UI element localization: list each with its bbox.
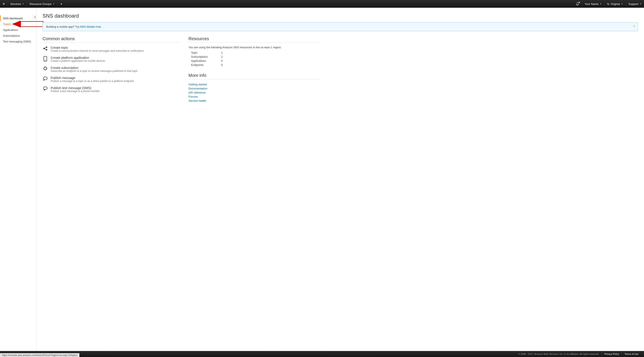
account-menu[interactable]: Your Name ▼ bbox=[582, 0, 604, 8]
resource-label: Subscriptions bbox=[191, 55, 221, 58]
share-icon bbox=[42, 46, 48, 51]
resource-groups-label: Resource Groups bbox=[30, 2, 52, 5]
action-desc: Create a platform application for mobile… bbox=[51, 59, 105, 62]
svg-point-12 bbox=[45, 60, 46, 61]
resources-heading: Resources bbox=[188, 36, 320, 43]
resource-row: Endpoints0 bbox=[188, 63, 320, 67]
support-label: Support bbox=[628, 2, 638, 5]
action-title: Create subscription bbox=[51, 66, 138, 69]
resource-groups-menu[interactable]: Resource Groups ▼ bbox=[27, 0, 58, 8]
resource-label: Topic bbox=[191, 51, 221, 54]
chevron-down-icon: ▼ bbox=[621, 3, 623, 5]
svg-line-9 bbox=[44, 47, 46, 48]
action-desc: Subscribe an endpoint to a topic to rece… bbox=[51, 69, 138, 72]
svg-point-15 bbox=[43, 87, 47, 90]
action-title: Create topic bbox=[51, 46, 144, 49]
resources-table: Topic1 Subscriptions2 Applications0 Endp… bbox=[188, 51, 320, 67]
resource-value: 2 bbox=[221, 55, 222, 58]
pin-icon: ✦ bbox=[60, 2, 62, 5]
link-documentation[interactable]: Documentation bbox=[188, 86, 320, 90]
speech-bubble-icon bbox=[42, 86, 48, 91]
chevron-down-icon: ▼ bbox=[22, 3, 24, 5]
region-menu[interactable]: N. Virginia ▼ bbox=[604, 0, 626, 8]
link-service-health[interactable]: Service health bbox=[188, 99, 320, 103]
chevron-left-icon: ◀ bbox=[34, 16, 36, 18]
common-actions-heading: Common actions bbox=[42, 36, 180, 43]
banner-close-button[interactable]: × bbox=[633, 24, 635, 28]
sidebar-item-applications[interactable]: Applications bbox=[0, 27, 36, 33]
sidebar-item-topics[interactable]: Topics bbox=[0, 21, 36, 27]
sidebar-item-label: Subscriptions bbox=[3, 34, 20, 37]
account-label: Your Name bbox=[584, 2, 598, 5]
resource-row: Subscriptions2 bbox=[188, 55, 320, 59]
sidebar: ◀ SNS dashboard Topics Applications Subs… bbox=[0, 8, 36, 351]
sidebar-item-subscriptions[interactable]: Subscriptions bbox=[0, 33, 36, 39]
chevron-down-icon: ▼ bbox=[640, 3, 642, 5]
banner-text: Building a mobile app? Try bbox=[46, 25, 80, 28]
top-nav: Services ▼ Resource Groups ▼ ✦ Your Name… bbox=[0, 0, 644, 8]
more-info-links: Getting started Documentation API refere… bbox=[188, 82, 320, 103]
page-title: SNS dashboard bbox=[42, 13, 638, 19]
services-label: Services bbox=[10, 2, 21, 5]
resource-value: 0 bbox=[221, 63, 222, 66]
sidebar-item-label: Applications bbox=[3, 28, 18, 31]
sidebar-item-label: Text messaging (SMS) bbox=[3, 40, 31, 43]
action-create-topic[interactable]: Create topic Create a communication chan… bbox=[42, 46, 180, 52]
services-menu[interactable]: Services ▼ bbox=[8, 0, 27, 8]
action-publish-message[interactable]: Publish message Publish a message to a t… bbox=[42, 76, 180, 83]
terms-link[interactable]: Terms of Use bbox=[622, 353, 641, 355]
banner-link[interactable]: AWS Mobile Hub bbox=[80, 25, 101, 28]
sidebar-item-label: SNS dashboard bbox=[3, 17, 23, 20]
action-publish-sms[interactable]: Publish text message (SMS) Publish a tex… bbox=[42, 86, 180, 93]
action-desc: Create a communication channel to send m… bbox=[51, 49, 144, 52]
aws-logo[interactable] bbox=[0, 0, 8, 8]
action-desc: Publish a text message to a phone number bbox=[51, 90, 100, 93]
footer: © 2008 - 2017, Amazon Web Services, Inc.… bbox=[0, 351, 644, 357]
more-info-heading: More info bbox=[188, 73, 320, 79]
info-banner: Building a mobile app? Try AWS Mobile Hu… bbox=[42, 22, 638, 31]
copyright-text: © 2008 - 2017, Amazon Web Services, Inc.… bbox=[518, 353, 602, 355]
close-icon: × bbox=[633, 24, 635, 28]
resource-value: 0 bbox=[221, 59, 222, 62]
action-title: Publish message bbox=[51, 76, 134, 80]
resource-label: Applications bbox=[191, 59, 221, 62]
action-title: Publish text message (SMS) bbox=[51, 86, 100, 90]
link-forums[interactable]: Forums bbox=[188, 95, 320, 99]
notifications-button[interactable] bbox=[573, 0, 582, 8]
region-label: N. Virginia bbox=[607, 2, 620, 5]
resources-intro: You are using the following Amazon SNS r… bbox=[188, 46, 320, 49]
svg-point-13 bbox=[44, 67, 47, 70]
action-create-platform-app[interactable]: Create platform application Create a pla… bbox=[42, 56, 180, 62]
resource-label: Endpoints bbox=[191, 63, 221, 66]
resource-row: Applications0 bbox=[188, 59, 320, 63]
sidebar-collapse-button[interactable]: ◀ bbox=[33, 14, 36, 19]
support-menu[interactable]: Support ▼ bbox=[626, 0, 644, 8]
sidebar-item-sms[interactable]: Text messaging (SMS) bbox=[0, 39, 36, 44]
action-create-subscription[interactable]: Create subscription Subscribe an endpoin… bbox=[42, 66, 180, 72]
chevron-down-icon: ▼ bbox=[600, 3, 602, 5]
notification-dot-icon bbox=[578, 2, 580, 3]
browser-status-bar: https://console.aws.amazon.com/sns/v2/ho… bbox=[0, 353, 80, 357]
resource-value: 1 bbox=[221, 51, 222, 54]
sidebar-item-label: Topics bbox=[3, 22, 11, 26]
action-title: Create platform application bbox=[51, 56, 105, 59]
resource-row: Topic1 bbox=[188, 51, 320, 55]
chevron-down-icon: ▼ bbox=[53, 3, 55, 5]
circle-icon bbox=[42, 66, 48, 71]
link-getting-started[interactable]: Getting started bbox=[188, 82, 320, 86]
cube-icon bbox=[2, 2, 5, 6]
link-api-reference[interactable]: API reference bbox=[188, 90, 320, 95]
pin-button[interactable]: ✦ bbox=[58, 0, 65, 8]
action-desc: Publish a message to a topic or as a dir… bbox=[51, 80, 134, 83]
svg-line-10 bbox=[44, 49, 46, 49]
banner-period: . bbox=[101, 25, 102, 28]
mobile-icon bbox=[42, 56, 48, 61]
sidebar-item-dashboard[interactable]: SNS dashboard bbox=[0, 15, 36, 21]
privacy-link[interactable]: Privacy Policy bbox=[602, 353, 622, 355]
chat-icon bbox=[42, 76, 48, 81]
content-area: SNS dashboard Building a mobile app? Try… bbox=[36, 8, 644, 351]
